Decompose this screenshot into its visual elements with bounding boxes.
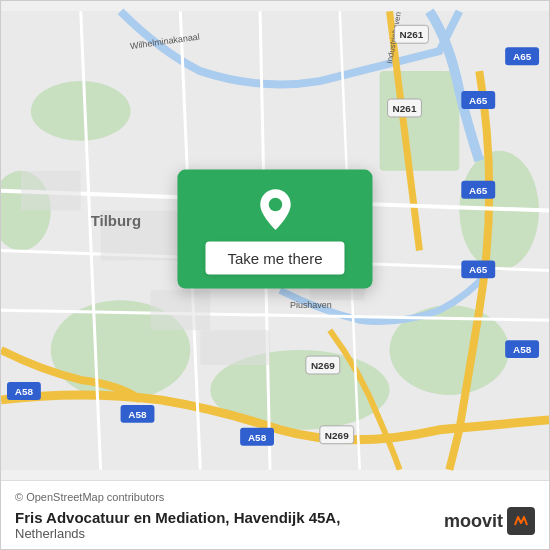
svg-rect-19: [200, 330, 270, 365]
location-card: Take me there: [177, 169, 372, 288]
copyright-text: © OpenStreetMap contributors: [15, 491, 164, 503]
svg-text:A58: A58: [15, 386, 34, 397]
copyright-row: © OpenStreetMap contributors: [15, 491, 535, 503]
svg-text:A58: A58: [128, 409, 147, 420]
map-area: Wilhelminakanaal Industriehaven Tilburg …: [1, 1, 549, 480]
svg-text:A65: A65: [469, 95, 488, 106]
svg-text:Piushaven: Piushaven: [290, 300, 332, 310]
svg-text:A65: A65: [513, 51, 532, 62]
svg-text:N269: N269: [311, 360, 335, 371]
svg-rect-7: [380, 71, 460, 171]
svg-text:A58: A58: [513, 344, 532, 355]
svg-point-49: [268, 197, 282, 211]
take-me-there-button[interactable]: Take me there: [205, 241, 344, 274]
svg-rect-18: [150, 290, 210, 330]
svg-text:Tilburg: Tilburg: [91, 212, 141, 229]
location-pin-icon: [253, 187, 297, 231]
bottom-bar: © OpenStreetMap contributors Fris Advoca…: [1, 480, 549, 549]
svg-text:A58: A58: [248, 432, 267, 443]
svg-text:N261: N261: [400, 29, 424, 40]
svg-text:A65: A65: [469, 185, 488, 196]
svg-point-8: [31, 81, 131, 141]
moovit-icon: [507, 507, 535, 535]
main-container: Wilhelminakanaal Industriehaven Tilburg …: [0, 0, 550, 550]
moovit-name: moovit: [444, 511, 503, 532]
moovit-logo: moovit: [444, 507, 535, 535]
svg-text:N269: N269: [325, 430, 349, 441]
address-title: Fris Advocatuur en Mediation, Havendijk …: [15, 509, 340, 526]
svg-text:A65: A65: [469, 264, 488, 275]
svg-text:N261: N261: [393, 103, 417, 114]
svg-rect-16: [21, 171, 81, 211]
address-country: Netherlands: [15, 526, 340, 541]
